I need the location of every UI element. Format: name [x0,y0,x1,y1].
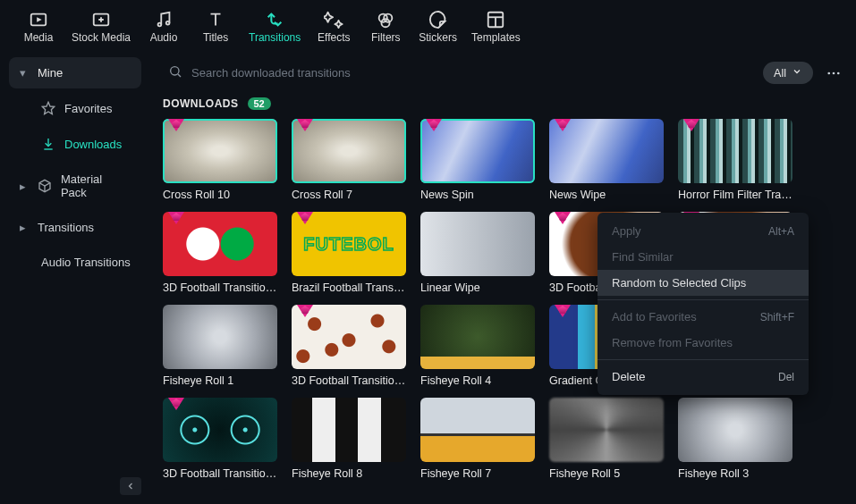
transition-name: News Spin [420,189,535,201]
topnav-transitions[interactable]: Transitions [242,10,308,44]
thumbnail[interactable] [420,119,535,183]
thumbnail[interactable] [678,119,792,183]
thumbnail[interactable] [292,305,406,369]
transition-card[interactable]: 3D Football Transition 6 [163,398,277,480]
transition-card[interactable]: Fisheye Roll 7 [420,398,535,480]
search-input[interactable] [191,66,747,80]
transition-card[interactable]: News Spin [420,119,535,201]
star-icon [41,101,55,115]
ctx-random-to-selected[interactable]: Random to Selected Clips [598,270,809,296]
diamond-pin-icon [555,305,571,317]
thumbnail[interactable] [163,398,277,462]
topnav-titles[interactable]: Titles [190,10,242,44]
sidebar-item-material-pack[interactable]: ▸ Material Pack [9,164,141,208]
diamond-pin-icon [297,119,313,131]
ctx-apply[interactable]: Apply Alt+A [598,218,809,244]
content-toolbar: All [163,55,843,94]
transition-name: News Wipe [549,189,664,201]
transition-name: Fisheye Roll 5 [549,467,664,480]
svg-point-14 [827,71,830,74]
collapse-sidebar-button[interactable] [120,477,141,495]
topnav-stickers[interactable]: Stickers [411,10,464,44]
more-options-button[interactable] [824,65,843,81]
transition-card[interactable]: Cross Roll 7 [292,119,406,201]
transition-card[interactable]: Fisheye Roll 1 [163,305,277,387]
thumbnail[interactable] [292,212,406,276]
context-menu: Apply Alt+A Find Similar Random to Selec… [598,213,809,395]
transition-card[interactable]: Horror Film Filter Transition [678,119,792,201]
topnav-label: Media [24,31,54,44]
thumbnail[interactable] [163,305,277,369]
diamond-pin-icon [426,119,442,131]
transition-card[interactable]: Cross Roll 10 [163,119,277,201]
thumbnail[interactable] [163,119,277,183]
ctx-delete[interactable]: Delete Del [598,364,809,390]
thumbnail[interactable] [420,398,535,462]
thumbnail[interactable] [292,398,406,462]
transition-card[interactable]: 3D Football Transition 4 [292,305,406,387]
topnav-media[interactable]: Media [13,10,64,44]
transition-card[interactable]: Fisheye Roll 4 [420,305,535,387]
transition-name: Linear Wipe [420,281,535,294]
transition-name: Fisheye Roll 4 [420,374,535,387]
transition-card[interactable]: News Wipe [549,119,664,201]
topnav-effects[interactable]: Effects [308,10,360,44]
sidebar: ▾ Mine Favorites Downloads ▸ Material Pa… [0,52,150,504]
thumbnail[interactable] [163,212,277,276]
transition-card[interactable]: Brazil Football Transition [292,212,406,294]
topnav-label: Stickers [419,31,457,44]
sidebar-item-label: Audio Transitions [41,256,131,269]
sidebar-item-transitions[interactable]: ▸ Transitions [9,212,141,243]
ctx-remove-favorites[interactable]: Remove from Favorites [598,330,809,356]
sidebar-item-mine[interactable]: ▾ Mine [9,57,141,88]
topnav-templates[interactable]: Templates [464,10,528,44]
topnav-filters[interactable]: Filters [360,10,411,44]
filter-dropdown[interactable]: All [763,62,813,84]
sidebar-item-favorites[interactable]: Favorites [9,92,141,124]
transition-name: Horror Film Filter Transition [678,189,792,201]
thumbnail[interactable] [420,305,535,369]
stickers-icon [428,10,448,29]
transition-card[interactable]: Linear Wipe [420,212,535,294]
transition-name: Fisheye Roll 1 [163,374,277,387]
download-icon [41,137,55,151]
thumbnail[interactable] [549,119,664,183]
ctx-add-favorites[interactable]: Add to Favorites Shift+F [598,304,809,330]
count-badge: 52 [248,97,271,110]
svg-point-4 [166,21,170,25]
topnav-stock-media[interactable]: Stock Media [64,10,138,44]
transitions-icon [265,10,284,29]
topnav-label: Titles [203,31,228,44]
transition-card[interactable]: 3D Football Transition 1 [163,212,277,294]
templates-icon [486,10,505,29]
thumbnail[interactable] [678,398,792,462]
thumbnail[interactable] [549,398,664,462]
diamond-pin-icon [555,119,571,131]
transition-card[interactable]: Fisheye Roll 8 [292,398,406,480]
transition-name: Cross Roll 7 [292,189,406,201]
transition-name: Fisheye Roll 8 [292,467,406,480]
diamond-pin-icon [555,212,571,224]
search-icon [168,64,182,81]
transition-name: 3D Football Transition 1 [163,281,277,294]
sidebar-item-label: Favorites [64,102,112,115]
sidebar-item-audio-transitions[interactable]: Audio Transitions [9,247,141,278]
sidebar-item-downloads[interactable]: Downloads [9,128,141,160]
thumbnail[interactable] [292,119,406,183]
svg-marker-11 [42,102,54,113]
section-title: DOWNLOADS [163,97,239,110]
transition-name: Brazil Football Transition [292,281,406,294]
diamond-pin-icon [683,119,699,131]
audio-icon [154,10,174,29]
transition-name: Cross Roll 10 [163,189,277,201]
diamond-pin-icon [297,305,313,317]
sidebar-item-label: Transitions [38,221,94,234]
topnav-label: Stock Media [72,31,131,44]
svg-point-3 [158,23,162,27]
topnav-audio[interactable]: Audio [138,10,190,44]
ctx-find-similar[interactable]: Find Similar [598,244,809,270]
transition-card[interactable]: Fisheye Roll 3 [678,398,792,480]
thumbnail[interactable] [420,212,535,276]
transition-card[interactable]: Fisheye Roll 5 [549,398,664,480]
transition-name: 3D Football Transition 4 [292,374,406,387]
